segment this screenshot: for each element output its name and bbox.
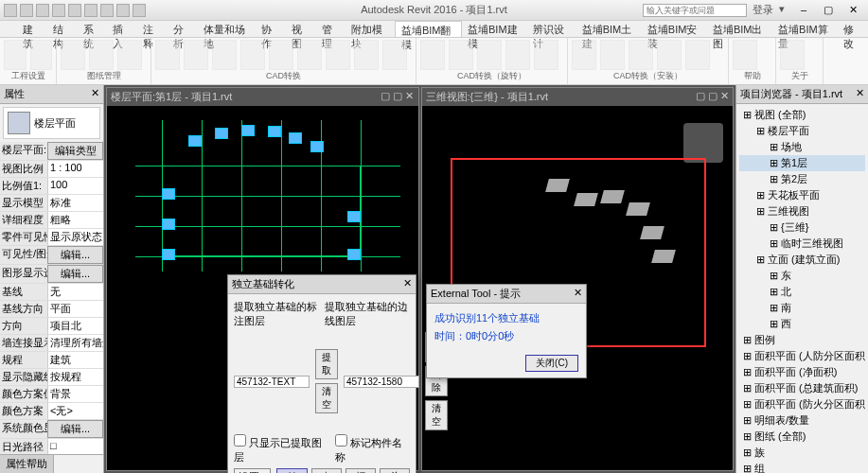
ribbon-button[interactable] — [326, 40, 350, 70]
ribbon-tab[interactable]: 管理 — [316, 21, 346, 37]
property-value[interactable]: 100 — [47, 178, 103, 194]
tree-node[interactable]: ⊞ 三维视图 — [739, 203, 865, 219]
ribbon-tab[interactable]: 辨识设计 — [527, 21, 576, 37]
qat-icon[interactable] — [133, 4, 146, 17]
settings-dropdown[interactable]: 设置 ▾ — [234, 468, 271, 473]
ribbon-button[interactable] — [685, 40, 710, 70]
ribbon-button[interactable] — [269, 40, 293, 70]
tree-node[interactable]: ⊞ 楼层平面 — [739, 123, 865, 139]
ribbon-button[interactable] — [534, 40, 558, 70]
ok-button[interactable]: 关闭(C) — [525, 355, 578, 372]
property-value[interactable]: 无 — [47, 284, 103, 300]
close-icon[interactable]: ✕ — [91, 87, 99, 101]
user-button[interactable]: 登录 — [753, 3, 773, 17]
ribbon-button[interactable] — [61, 40, 85, 70]
tree-node[interactable]: ⊞ 图例 — [739, 332, 865, 348]
tree-node[interactable]: ⊞ 面积平面 (人防分区面积) — [739, 348, 865, 364]
close-icon[interactable]: ✕ — [403, 277, 412, 291]
mark-name-check[interactable]: 标记构件名称 — [335, 434, 410, 464]
ribbon-tab[interactable]: 益埔BIM土建 — [576, 21, 642, 37]
tree-node[interactable]: ⊞ 图纸 (全部) — [739, 429, 865, 445]
ribbon-button[interactable] — [629, 40, 653, 70]
ribbon-button[interactable] — [382, 40, 407, 70]
ribbon-button[interactable] — [4, 40, 27, 70]
help-icon[interactable]: ▾ — [779, 3, 785, 17]
tree-node[interactable]: ⊞ 面积平面 (总建筑面积) — [739, 380, 865, 396]
qat-icon[interactable] — [4, 4, 17, 17]
ribbon-button[interactable] — [733, 40, 757, 70]
property-value[interactable]: 按规程 — [47, 369, 103, 385]
property-edit-button[interactable]: 编辑... — [47, 246, 103, 264]
tree-node[interactable]: ⊞ 东 — [739, 268, 865, 284]
qat-icon[interactable] — [36, 4, 49, 17]
ribbon-button[interactable] — [297, 40, 322, 70]
layer2-input[interactable] — [344, 376, 419, 388]
tree-node[interactable]: ⊞ 第1层 — [739, 155, 865, 171]
ribbon-button[interactable] — [354, 40, 379, 70]
ribbon-button[interactable] — [155, 40, 180, 70]
tree-node[interactable]: ⊞ 南 — [739, 300, 865, 316]
dialog-title-bar[interactable]: 独立基础转化 ✕ — [228, 275, 416, 294]
property-value[interactable]: 标准 — [47, 195, 103, 211]
ribbon-button[interactable] — [89, 40, 114, 70]
show-extracted-check[interactable]: 只显示已提取图层 — [234, 434, 329, 464]
ribbon-tab[interactable]: 视图 — [286, 21, 316, 37]
property-value[interactable]: 背景 — [47, 386, 103, 402]
tree-node[interactable]: ⊞ 临时三维视图 — [739, 236, 865, 252]
ribbon-tab[interactable]: 益埔BIM建模 — [462, 21, 527, 37]
layer1-input[interactable] — [234, 376, 310, 388]
ribbon-tab[interactable]: 附加模块 — [345, 21, 395, 37]
tree-node[interactable]: ⊞ 组 — [739, 461, 865, 473]
property-value[interactable]: 平面 — [47, 301, 103, 317]
tree-node[interactable]: ⊞ 场地 — [739, 139, 865, 155]
tree-node[interactable]: ⊞ 北 — [739, 284, 865, 300]
ribbon-button[interactable] — [780, 40, 805, 70]
viewport-controls[interactable]: ▢ ▢ ✕ — [381, 90, 414, 104]
ribbon-tab[interactable]: 协作 — [256, 21, 286, 37]
ribbon-tab[interactable]: 建筑 — [17, 21, 47, 37]
ribbon-button[interactable] — [600, 40, 625, 70]
property-value[interactable]: 清理所有墙连接 — [47, 335, 103, 351]
qat-icon[interactable] — [52, 4, 65, 17]
close-icon[interactable]: ✕ — [574, 287, 582, 301]
property-value[interactable]: 显示原状态 — [47, 229, 103, 245]
property-edit-button[interactable]: 编辑... — [47, 265, 103, 283]
clear-button[interactable]: 清空 — [315, 383, 338, 413]
tree-node[interactable]: ⊞ 立面 (建筑立面) — [739, 252, 865, 268]
property-value[interactable]: 粗略 — [47, 212, 103, 228]
ribbon-tab[interactable]: 益埔BIM出图 — [707, 21, 772, 37]
extract-button[interactable]: 提取 — [315, 349, 338, 379]
ribbon-tab[interactable]: 注释 — [137, 21, 168, 37]
tree-node[interactable]: ⊞ 明细表/数量 — [739, 412, 865, 429]
tree-node[interactable]: ⊞ 天花板平面 — [739, 187, 865, 203]
property-value[interactable]: 1 : 100 — [47, 161, 103, 177]
qat-icon[interactable] — [20, 4, 33, 17]
ribbon-button[interactable] — [30, 40, 53, 70]
type-selector[interactable]: 楼层平面 — [3, 107, 100, 139]
viewport-3d[interactable]: 三维视图:{三维} - 项目1.rvt ▢ ▢ ✕ — [421, 87, 735, 471]
tree-node[interactable]: ⊞ 西 — [739, 316, 865, 332]
tree-node[interactable]: ⊞ 视图 (全部) — [739, 107, 865, 123]
ribbon-tab[interactable]: 修改 — [838, 21, 868, 37]
ribbon-button[interactable] — [657, 40, 682, 70]
ribbon-button[interactable] — [184, 40, 208, 70]
ribbon-button[interactable] — [477, 40, 502, 70]
action-button[interactable]: 转化 — [276, 468, 307, 473]
ribbon-button[interactable] — [572, 40, 596, 70]
dialog-title-bar[interactable]: External Tool - 提示 ✕ — [427, 285, 586, 304]
action-button[interactable]: 框选 — [345, 468, 376, 473]
ribbon-button[interactable] — [240, 40, 265, 70]
qat-icon[interactable] — [68, 4, 81, 17]
tree-node[interactable]: ⊞ 面积平面 (防火分区面积) — [739, 396, 865, 412]
ribbon-tab[interactable]: 益埔BIM算量 — [772, 21, 838, 37]
ribbon-tab[interactable]: 结构 — [47, 21, 78, 37]
ribbon-button[interactable] — [420, 40, 445, 70]
ribbon-button[interactable] — [212, 40, 237, 70]
ribbon-tab[interactable]: 益埔BIM安装 — [642, 21, 707, 37]
tree-node[interactable]: ⊞ {三维} — [739, 219, 865, 236]
close-icon[interactable]: ✕ — [856, 87, 864, 101]
tree-node[interactable]: ⊞ 面积平面 (净面积) — [739, 364, 865, 380]
qat-icon[interactable] — [84, 4, 97, 17]
instance-selector[interactable]: 楼层平面: 第1层 — [0, 142, 47, 160]
property-value[interactable]: <无> — [47, 403, 103, 419]
